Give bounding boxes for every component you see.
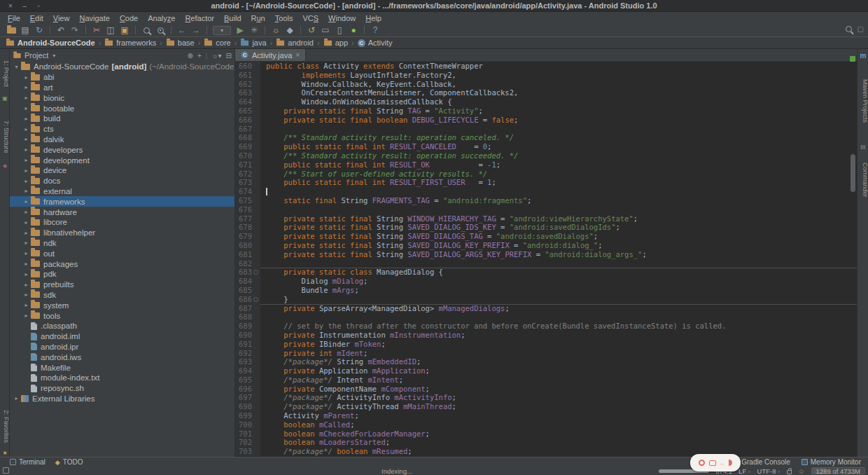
line-ending-select[interactable]: LF÷ — [738, 467, 750, 475]
menu-item-code[interactable]: Code — [115, 14, 143, 22]
tree-collapse-icon[interactable]: ▸ — [22, 188, 31, 194]
code-line[interactable]: 664 Window.OnWindowDismissedCallback { — [235, 97, 857, 106]
todo-button[interactable]: ◆ TODO — [55, 458, 83, 466]
line-number[interactable]: 665 — [235, 106, 252, 116]
sidebar-tab-favorites[interactable]: 2: Favorites — [0, 405, 10, 448]
breadcrumb-app[interactable]: app — [322, 39, 349, 47]
tree-row-android-iws[interactable]: android.iws — [10, 352, 234, 362]
sdk-manager-icon[interactable]: ▯ — [332, 25, 346, 36]
menu-item-run[interactable]: Run — [246, 14, 270, 22]
close-tool-window-icon[interactable]: ⊗ — [188, 52, 193, 60]
find-icon[interactable] — [139, 25, 153, 36]
line-number[interactable]: 689 — [235, 322, 252, 331]
run-configuration-select[interactable]: ▾ — [213, 26, 231, 35]
tree-collapse-icon[interactable]: ▸ — [22, 271, 31, 277]
breadcrumb-base[interactable]: base — [164, 39, 196, 47]
tree-collapse-icon[interactable]: ▸ — [22, 282, 31, 288]
line-number[interactable]: 661 — [235, 71, 252, 80]
code-line[interactable]: 680 private static final String SAVED_DI… — [235, 241, 857, 250]
line-number[interactable]: 701 — [235, 429, 252, 439]
tree-row-system[interactable]: ▸system — [10, 300, 234, 310]
menu-item-vcs[interactable]: VCS — [298, 14, 323, 22]
line-number[interactable]: 679 — [235, 232, 252, 241]
search-everywhere-icon[interactable] — [846, 26, 852, 32]
line-number[interactable]: 667 — [235, 125, 252, 134]
tree-row-bionic[interactable]: ▸bionic — [10, 92, 234, 103]
tree-row-docs[interactable]: ▸docs — [10, 176, 234, 186]
code-line[interactable]: 667 — [235, 125, 857, 134]
line-number[interactable]: 698 — [235, 402, 252, 411]
code-line[interactable]: 698 /*package*/ ActivityThread mMainThre… — [235, 402, 857, 411]
menu-item-edit[interactable]: Edit — [25, 14, 48, 22]
code-line[interactable]: 700 boolean mCalled; — [235, 420, 857, 429]
tree-collapse-icon[interactable]: ▸ — [22, 250, 31, 256]
project-view-dropdown-icon[interactable]: ▾ — [52, 53, 55, 59]
code-line[interactable]: 671 public static final int RESULT_OK = … — [235, 160, 857, 170]
line-number[interactable]: 678 — [235, 223, 252, 232]
line-number[interactable]: 702 — [235, 438, 252, 447]
tree-row-frameworks[interactable]: ▸frameworks — [10, 196, 234, 207]
line-number[interactable]: 687 — [235, 304, 252, 313]
help-icon[interactable]: ? — [368, 25, 382, 36]
tree-row-libnativehelper[interactable]: ▸libnativehelper — [10, 228, 234, 238]
tree-row-external[interactable]: ▸external — [10, 186, 234, 197]
code-line[interactable]: 703 /*package*/ boolean mResumed; — [235, 447, 857, 456]
line-number[interactable]: 686 — [235, 295, 252, 304]
line-number[interactable]: 695 — [235, 376, 252, 385]
line-number[interactable]: 694 — [235, 366, 252, 376]
tree-collapse-icon[interactable]: ▸ — [22, 240, 31, 246]
tree-row-developers[interactable]: ▸developers — [10, 144, 234, 155]
menu-item-navigate[interactable]: Navigate — [74, 14, 114, 22]
project-view-title[interactable]: Project — [24, 51, 48, 60]
pause-icon[interactable] — [729, 460, 732, 466]
replace-icon[interactable] — [153, 25, 167, 36]
open-icon[interactable] — [4, 25, 18, 36]
tree-row-sdk[interactable]: ▸sdk — [10, 290, 234, 301]
line-number[interactable]: 692 — [235, 349, 252, 358]
code-line[interactable]: 688 — [235, 312, 857, 322]
redo-icon[interactable]: ↷ — [68, 25, 82, 36]
tree-row-root[interactable]: ▾Android-SourceCode[android](~/Android-S… — [10, 62, 234, 72]
terminal-button[interactable]: › Terminal — [10, 458, 46, 466]
tree-row--classpath[interactable]: .classpath — [10, 321, 234, 331]
code-line[interactable]: 699 Activity mParent; — [235, 411, 857, 420]
sidebar-tab-commander[interactable]: Commander — [858, 152, 868, 208]
gear-icon[interactable]: ☼▾ — [211, 52, 221, 60]
tree-row-prebuilts[interactable]: ▸prebuilts — [10, 280, 234, 290]
tree-collapse-icon[interactable]: ▸ — [22, 136, 31, 142]
menu-item-view[interactable]: View — [48, 14, 75, 22]
line-number[interactable]: 673 — [235, 178, 252, 187]
code-line[interactable]: 673 public static final int RESULT_FIRST… — [235, 178, 857, 187]
breadcrumb-java[interactable]: java — [239, 39, 267, 47]
paste-icon[interactable]: ▣ — [118, 25, 132, 36]
code-line[interactable]: 663 OnCreateContextMenuListener, Compone… — [235, 88, 857, 97]
settings-icon[interactable]: ☼ — [269, 25, 283, 36]
collapse-all-icon[interactable]: ⊟ — [226, 52, 232, 60]
code-line[interactable]: 686 } — [235, 295, 857, 304]
line-number[interactable]: 677 — [235, 214, 252, 223]
tree-collapse-icon[interactable]: ▸ — [22, 95, 31, 101]
menu-item-window[interactable]: Window — [323, 14, 360, 22]
line-number[interactable]: 691 — [235, 340, 252, 349]
line-number[interactable]: 674 — [235, 187, 252, 196]
tool-window-toggle-icon[interactable] — [3, 467, 9, 474]
code-line[interactable]: 692 private int mIdent; — [235, 349, 857, 358]
editor-scrollbar[interactable] — [850, 154, 855, 192]
line-number[interactable]: 690 — [235, 331, 252, 340]
line-number[interactable]: 685 — [235, 286, 252, 295]
breadcrumb-core[interactable]: core — [202, 39, 232, 47]
line-number[interactable]: 696 — [235, 385, 252, 394]
code-line[interactable]: 661 implements LayoutInflater.Factory2, — [235, 71, 857, 80]
tree-collapse-icon[interactable]: ▸ — [22, 157, 31, 163]
tree-collapse-icon[interactable]: ▸ — [22, 302, 31, 308]
sidebar-tab-maven[interactable]: Maven Projects — [858, 61, 868, 142]
tab-activity-java[interactable]: C Activity.java × — [235, 49, 306, 61]
tree-row-device[interactable]: ▸device — [10, 165, 234, 176]
memory-indicator[interactable]: 1289 of 4733M — [811, 467, 865, 474]
code-line[interactable]: 660public class Activity extends Context… — [235, 62, 857, 71]
tree-row-development[interactable]: ▸development — [10, 155, 234, 165]
encoding-select[interactable]: UTF-8÷ — [757, 467, 780, 475]
menu-item-build[interactable]: Build — [219, 14, 246, 22]
memory-monitor-button[interactable]: Memory Monitor — [802, 458, 861, 466]
line-number[interactable]: 688 — [235, 312, 252, 322]
